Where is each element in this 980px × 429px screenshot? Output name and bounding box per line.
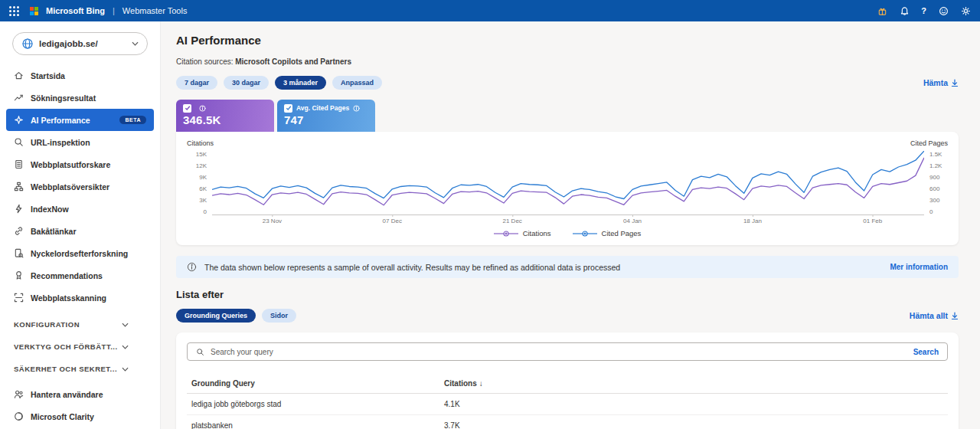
list-section-title: Lista efter bbox=[176, 289, 959, 300]
y-tick-label: 6K bbox=[187, 185, 207, 192]
table-row[interactable]: platsbanken 3.7K bbox=[187, 415, 948, 429]
list-type-filter: Grounding Queries Sidor Hämta allt bbox=[176, 309, 959, 323]
sidebar-item-webbplatsutforskare[interactable]: Webbplatsutforskare bbox=[6, 153, 154, 175]
download-icon bbox=[951, 312, 959, 320]
sidebar-item-ai-performance[interactable]: AI Performance BETA bbox=[6, 109, 154, 131]
sidebar-item-label: AI Performance bbox=[31, 116, 90, 125]
app-name: Webmaster Tools bbox=[122, 6, 188, 15]
search-input[interactable] bbox=[211, 348, 907, 356]
magnifier-icon bbox=[14, 137, 24, 147]
download-icon bbox=[951, 79, 959, 87]
sidebar-item-label: URL-inspektion bbox=[31, 138, 90, 147]
chevron-down-icon bbox=[132, 41, 139, 46]
search-button[interactable]: Search bbox=[913, 348, 939, 356]
section-sakerhet[interactable]: SÄKERHET OCH SEKRET... bbox=[0, 358, 129, 380]
notifications-bell-icon[interactable] bbox=[899, 5, 910, 16]
pill-sidor[interactable]: Sidor bbox=[262, 309, 296, 323]
performance-chart-card: Citations Cited Pages 15K12K9K6K3K0 23 N… bbox=[176, 132, 959, 245]
sidebar-item-nyckelordsefterforskning[interactable]: Nyckelordsefterforskning bbox=[6, 242, 154, 264]
scan-icon bbox=[14, 293, 24, 303]
sidebar-item-recommendations[interactable]: Recommendations bbox=[6, 264, 154, 287]
date-range-filter: 7 dagar 30 dagar 3 månader Anpassad Hämt… bbox=[176, 76, 959, 90]
x-tick-label: 21 Dec bbox=[502, 218, 521, 224]
legend-cited-pages[interactable]: Cited Pages bbox=[573, 229, 642, 237]
sidebar-item-indexnow[interactable]: IndexNow bbox=[6, 198, 154, 220]
beta-badge: BETA bbox=[119, 116, 146, 124]
column-header-citations[interactable]: Citations↓ bbox=[444, 379, 943, 388]
range-pill-30-dagar[interactable]: 30 dagar bbox=[224, 76, 269, 90]
cited-pages-checkbox[interactable] bbox=[284, 104, 292, 113]
y-tick-label: 300 bbox=[929, 197, 948, 204]
sidebar-item-label: Sökningsresultat bbox=[31, 93, 96, 103]
legend-marker-icon bbox=[573, 230, 597, 237]
y-tick-label: 0 bbox=[187, 208, 207, 215]
download-all-button[interactable]: Hämta allt bbox=[910, 311, 959, 320]
more-information-link[interactable]: Mer information bbox=[890, 263, 948, 271]
right-axis-title: Cited Pages bbox=[910, 139, 948, 147]
info-icon[interactable] bbox=[353, 105, 360, 112]
sidebar-item-microsoft-clarity[interactable]: Microsoft Clarity bbox=[6, 405, 154, 427]
sidebar: ledigajobb.se/ Startsida Sökningsresulta… bbox=[0, 21, 161, 429]
site-selector[interactable]: ledigajobb.se/ bbox=[12, 32, 148, 55]
citations-cell: 4.1K bbox=[444, 400, 943, 408]
sidebar-item-label: Bakåtlänkar bbox=[31, 227, 77, 236]
citations-chart bbox=[212, 151, 924, 215]
ribbon-icon bbox=[14, 270, 24, 280]
sidebar-item-bakatlankar[interactable]: Bakåtlänkar bbox=[6, 220, 154, 242]
whats-new-icon[interactable] bbox=[877, 5, 887, 16]
sidebar-item-hantera-anvandare[interactable]: Hantera användare bbox=[6, 383, 154, 405]
trend-chart-icon bbox=[14, 93, 24, 103]
range-pill-anpassad[interactable]: Anpassad bbox=[332, 76, 382, 90]
cited-pages-metric-card[interactable]: Avg. Cited Pages 747 bbox=[277, 100, 375, 132]
sidebar-item-webbplatsskanning[interactable]: Webbplatsskanning bbox=[6, 287, 154, 309]
microsoft-logo bbox=[30, 7, 38, 15]
users-icon bbox=[14, 389, 24, 399]
x-axis-labels: 23 Nov07 Dec21 Dec04 Jan18 Jan01 Feb bbox=[212, 215, 924, 225]
brand-divider: | bbox=[113, 6, 115, 15]
sidebar-item-url-inspektion[interactable]: URL-inspektion bbox=[6, 131, 154, 153]
table-row[interactable]: lediga jobb göteborgs stad 4.1K bbox=[187, 394, 948, 415]
y-tick-label: 1.5K bbox=[929, 151, 948, 158]
right-y-axis: 1.5K1.2K9006003000 bbox=[929, 151, 948, 215]
section-verktyg[interactable]: VERKTYG OCH FÖRBÄTT... bbox=[0, 336, 129, 358]
banner-text: The data shown below represents a sample… bbox=[204, 263, 620, 272]
section-label: SÄKERHET OCH SEKRET... bbox=[14, 365, 117, 373]
pill-grounding-queries[interactable]: Grounding Queries bbox=[176, 309, 256, 323]
sidebar-item-startsida[interactable]: Startsida bbox=[6, 64, 154, 87]
settings-gear-icon[interactable] bbox=[960, 5, 971, 16]
legend-citations[interactable]: Citations bbox=[494, 229, 551, 237]
sidebar-item-label: Webbplatsöversikter bbox=[31, 182, 109, 192]
y-tick-label: 600 bbox=[929, 185, 948, 192]
document-search-icon bbox=[14, 248, 24, 258]
waffle-menu-icon[interactable] bbox=[9, 6, 19, 16]
legend-marker-icon bbox=[494, 230, 518, 237]
site-name: ledigajobb.se/ bbox=[39, 39, 98, 48]
feedback-smiley-icon[interactable] bbox=[938, 5, 949, 16]
x-tick-label: 04 Jan bbox=[623, 218, 642, 224]
sidebar-item-sokningsresultat[interactable]: Sökningsresultat bbox=[6, 87, 154, 109]
left-y-axis: 15K12K9K6K3K0 bbox=[187, 151, 207, 215]
legend-label: Citations bbox=[523, 229, 551, 237]
citations-metric-card[interactable]: 346.5K bbox=[176, 100, 274, 132]
citation-sources-label: Citation sources: bbox=[176, 57, 233, 66]
range-pill-7-dagar[interactable]: 7 dagar bbox=[176, 76, 217, 90]
sidebar-item-label: Webbplatsutforskare bbox=[31, 160, 110, 169]
chart-plot-area[interactable]: 23 Nov07 Dec21 Dec04 Jan18 Jan01 Feb bbox=[212, 151, 924, 215]
sidebar-item-webbplatsoversikter[interactable]: Webbplatsöversikter bbox=[6, 175, 154, 198]
help-icon[interactable]: ? bbox=[921, 6, 926, 15]
x-tick-label: 23 Nov bbox=[263, 218, 282, 224]
y-tick-label: 1.2K bbox=[929, 162, 948, 169]
y-tick-label: 9K bbox=[187, 174, 207, 181]
page-title: AI Performance bbox=[176, 34, 959, 47]
citation-sources-value: Microsoft Copilots and Partners bbox=[235, 57, 351, 66]
download-button[interactable]: Hämta bbox=[923, 78, 959, 87]
main-content: AI Performance Citation sources: Microso… bbox=[161, 21, 980, 429]
section-konfiguration[interactable]: KONFIGURATION bbox=[0, 313, 129, 336]
citations-checkbox[interactable] bbox=[183, 104, 191, 113]
grounding-queries-table: Grounding Query Citations↓ lediga jobb g… bbox=[187, 375, 948, 429]
range-pill-3-manader[interactable]: 3 månader bbox=[275, 76, 326, 90]
legend-label: Cited Pages bbox=[602, 229, 642, 237]
chart-legend: Citations Cited Pages bbox=[187, 229, 948, 239]
info-icon[interactable] bbox=[199, 105, 206, 112]
citation-sources: Citation sources: Microsoft Copilots and… bbox=[176, 57, 959, 66]
